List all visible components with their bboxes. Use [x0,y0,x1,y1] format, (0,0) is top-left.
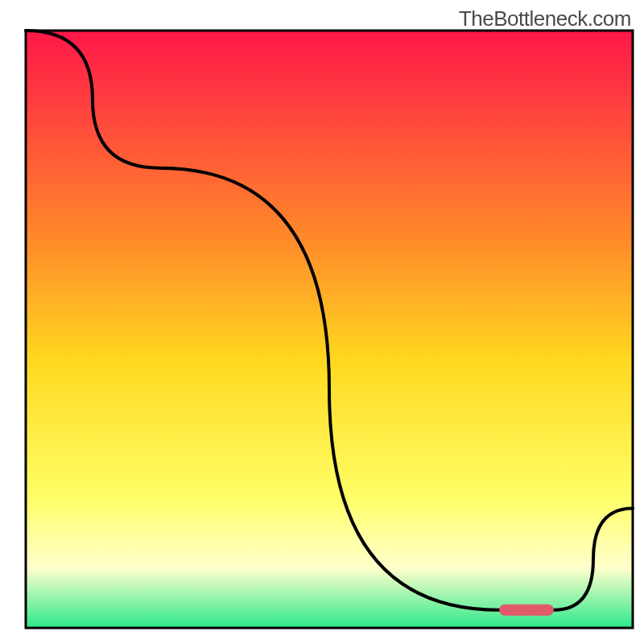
marker-segment [499,605,554,616]
chart-stage: TheBottleneck.com [0,0,644,644]
bottleneck-chart [0,0,644,644]
plot-area [26,31,633,628]
